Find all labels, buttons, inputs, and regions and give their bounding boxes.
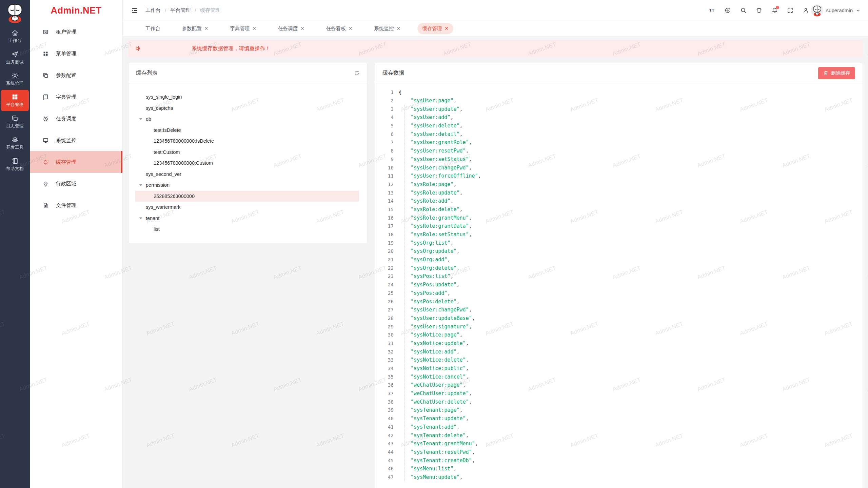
code-line: 41"sysTenant:add", <box>375 423 863 431</box>
menu-item-任务调度[interactable]: 任务调度 <box>30 108 122 129</box>
caret-down-icon[interactable] <box>139 216 143 220</box>
close-tab-icon[interactable]: ✕ <box>204 26 209 31</box>
code-token: "sysPos:add", <box>411 290 450 296</box>
tab-字典管理[interactable]: 字典管理✕ <box>225 23 261 34</box>
sidebar-item-日志管理[interactable]: 日志管理 <box>1 111 29 133</box>
code-token: "sysUser:add", <box>411 114 453 120</box>
fullscreen-icon[interactable] <box>787 7 793 14</box>
caret-down-icon[interactable] <box>139 183 143 187</box>
code-line: 2"sysUser:page", <box>375 97 863 105</box>
user-menu[interactable]: superadmin <box>811 4 861 17</box>
tree-node-test:Custom[interactable]: test:Custom <box>135 147 359 158</box>
sidebar-item-平台管理[interactable]: 平台管理 <box>1 90 29 111</box>
search-icon[interactable] <box>740 7 747 14</box>
line-number: 42 <box>375 433 394 438</box>
tab-缓存管理[interactable]: 缓存管理✕ <box>417 23 453 34</box>
profile-icon[interactable] <box>803 7 809 14</box>
tree-node-sys_captcha[interactable]: sys_captcha <box>135 103 359 114</box>
menu-item-label: 菜单管理 <box>56 50 76 57</box>
breadcrumb-item[interactable]: 平台管理 <box>170 7 191 14</box>
sidebar-item-系统管理[interactable]: 系统管理 <box>1 68 29 90</box>
line-number: 6 <box>375 131 394 137</box>
tree-node-sys_second_ver[interactable]: sys_second_ver <box>135 169 359 180</box>
tree-node-test:IsDelete[interactable]: test:IsDelete <box>135 125 359 136</box>
line-number: 17 <box>375 223 394 229</box>
tree-node-tenant[interactable]: tenant <box>135 213 359 224</box>
tree-node-label: permission <box>146 182 170 188</box>
close-tab-icon[interactable]: ✕ <box>300 26 304 31</box>
font-size-icon[interactable]: TT <box>709 7 715 14</box>
json-editor[interactable]: 1▼[2"sysUser:page",3"sysUser:update",4"s… <box>375 83 863 481</box>
line-number: 36 <box>375 382 394 388</box>
close-tab-icon[interactable]: ✕ <box>349 26 353 31</box>
sidebar-item-label: 平台管理 <box>6 102 24 108</box>
close-tab-icon[interactable]: ✕ <box>252 26 256 31</box>
tree-node-list[interactable]: list <box>135 224 359 235</box>
line-number: 45 <box>375 458 394 463</box>
code-token: "sysNotice:page", <box>411 332 463 338</box>
code-token: "sysNotice:cancel", <box>411 374 469 380</box>
app-logo-robot-icon[interactable] <box>3 2 27 26</box>
sidebar-item-label: 开发工具 <box>6 145 24 150</box>
tree-node-label: db <box>146 116 151 122</box>
tree-node-label: sys_wartermark <box>146 204 180 210</box>
secondary-menu: 租户管理菜单管理参数配置字典管理任务调度系统监控缓存管理行政区域文件管理 <box>30 21 122 216</box>
menu-fold-icon[interactable] <box>131 7 138 14</box>
menu-item-缓存管理[interactable]: 缓存管理 <box>30 151 122 173</box>
tree-node-label: 123456780000000:Custom <box>154 160 213 166</box>
delete-cache-button[interactable]: 删除缓存 <box>818 67 855 79</box>
notification-icon[interactable] <box>771 7 778 14</box>
tree-node-sys_wartermark[interactable]: sys_wartermark <box>135 202 359 213</box>
warning-alert: 系统缓存数据管理，请慎重操作！ <box>128 40 863 57</box>
tree-node-db[interactable]: db <box>135 114 359 125</box>
menu-item-行政区域[interactable]: 行政区域 <box>30 173 122 195</box>
caret-down-icon[interactable] <box>139 117 143 121</box>
tree-node-252885263000000[interactable]: 252885263000000 <box>135 191 359 202</box>
code-line: 43"sysTenant:grantMenu", <box>375 440 863 448</box>
close-tab-icon[interactable]: ✕ <box>396 26 400 31</box>
breadcrumb-item[interactable]: 工作台 <box>145 7 161 14</box>
close-tab-icon[interactable]: ✕ <box>445 26 449 31</box>
line-number: 2 <box>375 98 394 103</box>
tree-node-permission[interactable]: permission <box>135 180 359 191</box>
menu-item-租户管理[interactable]: 租户管理 <box>30 21 122 43</box>
theme-icon[interactable] <box>756 7 762 14</box>
code-line: 8"sysUser:resetPwd", <box>375 147 863 155</box>
line-number: 3 <box>375 106 394 112</box>
language-icon[interactable]: 中 <box>725 7 731 14</box>
line-number: 21 <box>375 257 394 262</box>
sidebar-item-业务测试[interactable]: 业务测试 <box>1 47 29 68</box>
line-number: 24 <box>375 282 394 287</box>
code-token: "sysPos:delete", <box>411 299 460 305</box>
code-token: "sysRole:grantData", <box>411 223 472 229</box>
tree-node-sys_single_login[interactable]: sys_single_login <box>135 92 359 103</box>
sidebar-item-开发工具[interactable]: 开发工具 <box>1 133 29 154</box>
tab-任务看板[interactable]: 任务看板✕ <box>321 23 357 34</box>
tab-系统监控[interactable]: 系统监控✕ <box>369 23 405 34</box>
refresh-icon[interactable] <box>354 70 360 76</box>
monitor-icon <box>42 137 49 144</box>
tab-任务调度[interactable]: 任务调度✕ <box>273 23 309 34</box>
menu-item-菜单管理[interactable]: 菜单管理 <box>30 43 122 64</box>
menu-item-文件管理[interactable]: 文件管理 <box>30 195 122 216</box>
cache-data-title: 缓存数据 <box>382 69 404 77</box>
code-token: "sysNotice:update", <box>411 340 469 346</box>
code-token: "sysNotice:add", <box>411 349 460 355</box>
menu-item-字典管理[interactable]: 字典管理 <box>30 86 122 108</box>
tree-node-123456780000000:IsDelete[interactable]: 123456780000000:IsDelete <box>135 136 359 147</box>
tab-工作台[interactable]: 工作台 <box>141 23 165 34</box>
menu-item-系统监控[interactable]: 系统监控 <box>30 129 122 151</box>
code-token: "sysOrg:update", <box>411 248 460 254</box>
sidebar-item-帮助文档[interactable]: 帮助文档 <box>1 154 29 175</box>
tab-参数配置[interactable]: 参数配置✕ <box>177 23 213 34</box>
file-icon <box>42 202 49 209</box>
line-number: 4 <box>375 115 394 120</box>
code-line: 30"sysNotice:page", <box>375 331 863 339</box>
tree-node-123456780000000:Custom[interactable]: 123456780000000:Custom <box>135 158 359 169</box>
line-number: 30 <box>375 332 394 338</box>
code-line: 26"sysPos:delete", <box>375 297 863 306</box>
menu-item-参数配置[interactable]: 参数配置 <box>30 64 122 86</box>
sidebar-item-工作台[interactable]: 工作台 <box>1 26 29 47</box>
code-token: "sysUser:page", <box>411 98 456 104</box>
line-number: 8 <box>375 148 394 154</box>
